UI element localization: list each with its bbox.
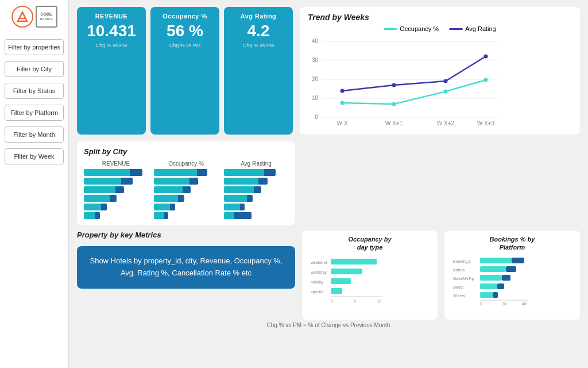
legend-rating-dot (449, 28, 463, 30)
rating-bar-group (224, 169, 288, 219)
property-metrics-card: Show Hotels by property_id, city, Revenu… (77, 246, 295, 289)
bar-row (154, 204, 218, 210)
svg-rect-24 (331, 259, 377, 264)
split-occupancy-label: Occupancy % (154, 160, 218, 167)
bar-row (224, 212, 288, 219)
occupancy-bar-group (154, 169, 218, 219)
svg-text:Booking.c: Booking.c (453, 259, 471, 264)
bar-row (154, 178, 218, 185)
kpi-occupancy-label: Occupancy % (163, 13, 207, 20)
svg-point-21 (444, 79, 448, 83)
split-revenue-col: REVENUE (84, 160, 148, 219)
split-rating-label: Avg Rasting (224, 160, 288, 167)
svg-text:10: 10 (377, 299, 381, 303)
svg-text:Others: Others (453, 294, 466, 298)
svg-text:W X+1: W X+1 (385, 120, 403, 126)
filter-status-btn[interactable]: Filter by Status (5, 83, 64, 99)
bar-row (84, 178, 148, 185)
kpi-revenue-value: 10.431 (87, 23, 136, 39)
svg-point-15 (341, 101, 345, 105)
property-metrics-desc: Show Hotels by property_id, city, Revenu… (86, 255, 286, 279)
bar-row (154, 212, 218, 219)
svg-rect-36 (480, 258, 512, 263)
kpi-rating-sub: Chg % vs PM (243, 43, 274, 48)
bar-row (84, 204, 148, 210)
svg-rect-30 (331, 288, 342, 294)
mid-right-spacer (302, 141, 580, 225)
svg-text:MakeMyTrp: MakeMyTrp (453, 277, 474, 281)
svg-text:holiday: holiday (311, 280, 324, 285)
legend-rating-label: Avg Rating (465, 25, 496, 32)
svg-text:40: 40 (312, 38, 319, 44)
svg-text:special: special (311, 290, 323, 294)
bar-row (84, 169, 148, 176)
kpi-occupancy-value: 56 % (167, 23, 203, 39)
filter-properties-btn[interactable]: Filter by properties (5, 39, 64, 55)
bar-row (224, 169, 288, 176)
property-metrics-wrapper: Property by key Metrics Show Hotels by p… (77, 231, 295, 320)
svg-point-19 (341, 89, 345, 93)
filter-platform-btn[interactable]: Filter by Platform (5, 105, 64, 121)
bottom-row: Property by key Metrics Show Hotels by p… (77, 231, 580, 320)
split-revenue-label: REVENUE (84, 160, 148, 167)
bar-row (224, 178, 288, 185)
svg-rect-39 (480, 266, 506, 272)
filter-city-btn[interactable]: Filter by City (5, 61, 64, 77)
kpi-cards: REVENUE 10.431 Chg % vs PM Occupancy % 5… (77, 7, 293, 135)
property-metrics-title: Property by key Metrics (77, 231, 295, 239)
svg-text:Airbnb: Airbnb (453, 268, 465, 272)
svg-point-17 (444, 90, 448, 94)
split-occupancy-col: Occupancy % (154, 160, 218, 219)
trend-title: Trend by Weeks (308, 13, 572, 22)
occupancy-day-chart: Occupancy byday type weekend weekday hol… (302, 231, 438, 320)
legend-occupancy-label: Occupancy % (400, 25, 439, 32)
kpi-occupancy-sub: Chg % vs PM (169, 43, 201, 48)
svg-rect-42 (480, 275, 502, 281)
svg-rect-28 (331, 278, 351, 284)
legend-occupancy: Occupancy % (384, 25, 439, 32)
svg-point-16 (392, 102, 396, 106)
svg-rect-40 (506, 266, 516, 272)
svg-point-20 (392, 83, 396, 87)
sidebar: CODE BASICS Filter by properties Filter … (0, 0, 69, 368)
trend-chart-area: Trend by Weeks Occupancy % Avg Rating 40… (300, 7, 580, 135)
trend-legend: Occupancy % Avg Rating (308, 25, 572, 32)
svg-point-22 (484, 55, 488, 59)
footer-note: Chg % vs PM = % of Change vs Previous Mo… (77, 322, 580, 328)
bar-row (154, 169, 218, 176)
bar-row (154, 195, 218, 202)
svg-text:W X+2: W X+2 (437, 120, 455, 126)
filter-month-btn[interactable]: Filter by Month (5, 126, 64, 143)
kpi-occupancy: Occupancy % 56 % Chg % vs PM (150, 7, 219, 135)
svg-text:weekend: weekend (310, 260, 327, 264)
revenue-bar-group (84, 169, 148, 219)
svg-text:Direct: Direct (453, 285, 463, 289)
kpi-revenue-sub: Chg % vs PM (96, 43, 127, 48)
svg-rect-48 (480, 292, 493, 298)
bar-row (224, 186, 288, 193)
svg-rect-46 (497, 283, 504, 289)
split-city-section: Split by City REVENUE Occupa (77, 141, 295, 225)
filter-week-btn[interactable]: Filter by Week (5, 148, 64, 164)
bookings-platform-title: Bookings % byPlatform (450, 235, 574, 252)
kpi-rating-label: Avg Rating (241, 13, 277, 20)
bar-row (84, 195, 148, 202)
svg-text:W X: W X (337, 120, 348, 126)
split-city-title: Split by City (84, 147, 288, 156)
svg-rect-49 (493, 292, 498, 298)
logo-area: CODE BASICS (11, 6, 57, 28)
svg-text:20: 20 (502, 302, 506, 306)
mid-row: Split by City REVENUE Occupa (77, 141, 580, 225)
svg-text:W X+3: W X+3 (477, 120, 495, 126)
kpi-rating: Avg Rating 4.2 Chg % vs PM (224, 7, 293, 135)
bar-row (84, 212, 148, 219)
svg-rect-37 (512, 258, 524, 263)
occupancy-day-title: Occupancy byday type (308, 235, 432, 252)
svg-text:weekday: weekday (310, 270, 327, 275)
logo-code: CODE BASICS (36, 6, 57, 28)
legend-rating: Avg Rating (449, 25, 496, 32)
logo-a (11, 6, 33, 28)
svg-rect-43 (502, 275, 510, 281)
svg-text:30: 30 (312, 57, 319, 63)
bar-row (154, 186, 218, 193)
